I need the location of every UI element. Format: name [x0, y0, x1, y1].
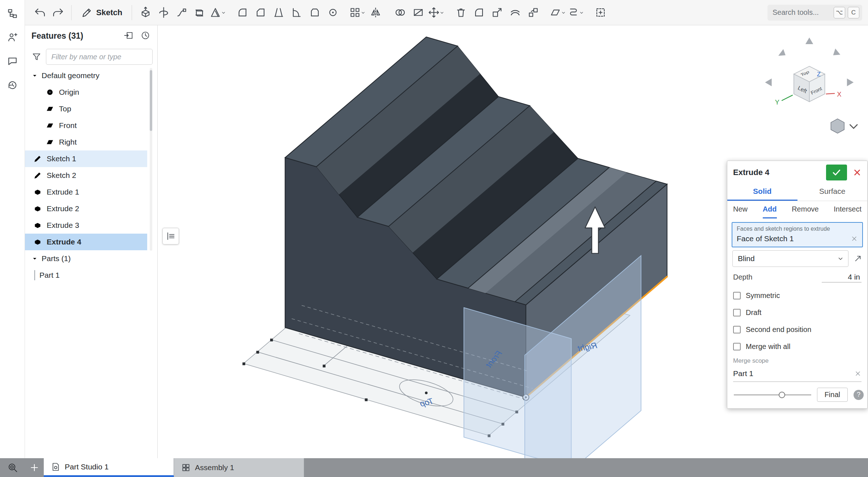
option-draft[interactable]: Draft — [727, 304, 867, 321]
end-condition-select[interactable]: Blind — [732, 250, 848, 267]
feature-filter-input[interactable] — [46, 49, 153, 65]
cancel-button[interactable] — [851, 166, 864, 179]
loft-button[interactable] — [191, 3, 209, 23]
bool-mode-intersect[interactable]: Intersect — [834, 201, 861, 218]
option-second-end-position[interactable]: Second end position — [727, 321, 867, 338]
slider-thumb[interactable] — [779, 392, 785, 398]
plane-button[interactable] — [549, 3, 567, 23]
second-end-checkbox[interactable] — [733, 326, 741, 333]
tab-surface[interactable]: Surface — [797, 183, 868, 201]
scrollbar-thumb[interactable] — [150, 70, 152, 131]
mirror-button[interactable] — [366, 3, 384, 23]
help-button[interactable]: ? — [854, 390, 864, 400]
rollback-bar-handle[interactable] — [162, 228, 179, 244]
delete-part-button[interactable] — [452, 3, 470, 23]
modify-fillet-button[interactable] — [470, 3, 488, 23]
view-search-button[interactable] — [0, 458, 25, 477]
offset-surface-button[interactable] — [506, 3, 524, 23]
new-tab-button[interactable] — [25, 458, 44, 477]
feature-item-sketch-2[interactable]: Sketch 2 — [25, 167, 147, 184]
flip-direction-button[interactable] — [851, 252, 864, 265]
linear-pattern-button[interactable] — [348, 3, 366, 23]
draft-button[interactable] — [269, 3, 288, 23]
boolean-icon — [394, 7, 406, 18]
display-mode-button[interactable] — [831, 119, 857, 133]
hole-button[interactable] — [324, 3, 342, 23]
option-merge-with-all[interactable]: Merge with all — [727, 338, 867, 355]
tool-search[interactable]: ⌥ C — [767, 5, 862, 21]
tab-solid[interactable]: Solid — [727, 183, 797, 201]
tool-search-input[interactable] — [773, 8, 831, 17]
accept-button[interactable] — [826, 165, 847, 180]
draft-checkbox[interactable] — [733, 309, 741, 316]
feature-group-parts[interactable]: Parts (1) — [25, 250, 147, 267]
feature-item-right-plane[interactable]: Right — [25, 134, 147, 150]
feature-item-extrude-1[interactable]: Extrude 1 — [25, 184, 147, 200]
depth-input[interactable] — [822, 272, 861, 282]
share-button[interactable] — [4, 29, 21, 46]
feature-item-extrude-4[interactable]: Extrude 4 — [25, 234, 147, 250]
chamfer-button[interactable] — [251, 3, 269, 23]
sweep-button[interactable] — [173, 3, 191, 23]
feature-item-label: Sketch 2 — [47, 171, 76, 180]
rotate-cw-arrow[interactable] — [833, 48, 841, 55]
feature-history-button[interactable] — [139, 29, 152, 43]
history-icon — [7, 80, 18, 91]
rotate-right-arrow[interactable] — [847, 78, 854, 86]
rotate-up-arrow[interactable] — [805, 38, 813, 44]
tab-part-studio-1[interactable]: Part Studio 1 — [44, 458, 174, 477]
feature-item-extrude-2[interactable]: Extrude 2 — [25, 200, 147, 217]
feature-item-top-plane[interactable]: Top — [25, 101, 147, 117]
shell-button[interactable] — [306, 3, 324, 23]
boolean-button[interactable] — [391, 3, 409, 23]
bool-mode-remove[interactable]: Remove — [792, 201, 818, 218]
rotate-left-arrow[interactable] — [765, 78, 771, 86]
helix-button[interactable] — [567, 3, 585, 23]
symmetric-checkbox[interactable] — [733, 292, 741, 299]
bool-mode-add[interactable]: Add — [763, 201, 777, 218]
view-cube[interactable]: Top Left Front Y Z X — [765, 38, 854, 106]
merge-scope-field[interactable]: Part 1 — [733, 365, 861, 382]
feature-item-front-plane[interactable]: Front — [25, 117, 147, 134]
rotate-ccw-arrow[interactable] — [778, 49, 786, 56]
transform-icon — [428, 7, 440, 18]
fillet-button[interactable] — [233, 3, 251, 23]
bool-mode-new[interactable]: New — [733, 201, 748, 218]
feature-item-sketch-1[interactable]: Sketch 1 — [25, 150, 147, 167]
document-panel-button[interactable] — [4, 5, 21, 22]
replace-face-button[interactable] — [524, 3, 542, 23]
check-icon — [831, 167, 842, 178]
custom-feature-icon — [595, 7, 607, 18]
move-face-button[interactable] — [488, 3, 506, 23]
import-features-button[interactable] — [122, 29, 136, 43]
sketch-button[interactable]: Sketch — [76, 3, 127, 23]
clear-selection-button[interactable] — [851, 235, 858, 242]
selection-box[interactable]: Faces and sketch regions to extrude Face… — [732, 222, 863, 247]
part-item-part-1[interactable]: Part 1 — [25, 267, 147, 284]
clear-merge-scope-button[interactable] — [854, 370, 861, 377]
redo-button[interactable] — [49, 3, 67, 23]
option-symmetric[interactable]: Symmetric — [727, 287, 867, 304]
rollback-slider[interactable] — [734, 391, 811, 399]
thicken-button[interactable] — [209, 3, 227, 23]
final-button[interactable]: Final — [817, 388, 848, 402]
feature-item-origin[interactable]: Origin — [25, 84, 147, 101]
close-icon — [851, 235, 858, 242]
undo-button[interactable] — [31, 3, 49, 23]
revolve-button[interactable] — [154, 3, 173, 23]
merge-all-checkbox[interactable] — [733, 343, 741, 350]
transform-button[interactable] — [427, 3, 445, 23]
feature-item-label: Origin — [59, 88, 79, 97]
feature-list-scrollbar[interactable] — [150, 68, 152, 251]
comments-button[interactable] — [4, 53, 21, 69]
extrude-button[interactable] — [136, 3, 154, 23]
feature-item-extrude-3[interactable]: Extrude 3 — [25, 217, 147, 234]
tab-assembly-1[interactable]: Assembly 1 — [174, 458, 304, 477]
close-icon — [852, 168, 862, 177]
feature-group-default-geometry[interactable]: Default geometry — [25, 67, 147, 84]
custom-feature-button[interactable] — [591, 3, 609, 23]
slider-track — [734, 395, 811, 395]
split-button[interactable] — [409, 3, 427, 23]
rib-button[interactable] — [288, 3, 306, 23]
versions-button[interactable] — [4, 77, 21, 93]
